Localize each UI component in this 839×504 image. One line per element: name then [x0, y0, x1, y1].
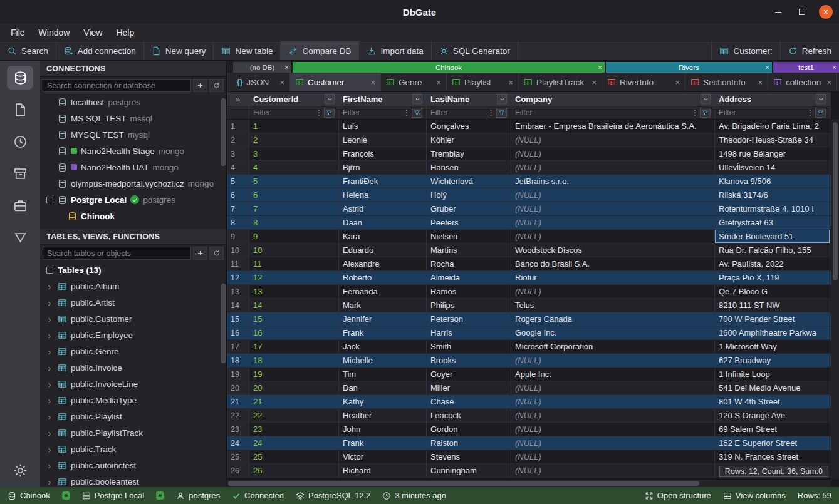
- tab-json[interactable]: {}JSON×: [232, 73, 290, 91]
- connection-localhost[interactable]: localhostpostgres: [40, 94, 226, 110]
- tab-customer[interactable]: Customer×: [290, 73, 381, 91]
- filter-menu-icon[interactable]: ⋮: [315, 108, 323, 117]
- table-public-genre[interactable]: ›public.Genre: [40, 343, 226, 359]
- close-icon[interactable]: ×: [598, 64, 602, 71]
- row-number[interactable]: 23: [227, 423, 249, 436]
- row-number[interactable]: 20: [227, 381, 249, 394]
- grid-cell-company[interactable]: (NULL): [511, 202, 715, 215]
- menu-file[interactable]: File: [4, 26, 32, 39]
- grid-cell-lastname[interactable]: Rocha: [427, 257, 511, 270]
- grid-cell-lastname[interactable]: Philips: [427, 299, 511, 312]
- grid-cell-customerid[interactable]: 20: [249, 381, 339, 394]
- grid-cell-address[interactable]: Klanova 9/506: [715, 175, 830, 188]
- grid-cell-address[interactable]: Grétrystraat 63: [715, 216, 830, 229]
- close-icon[interactable]: ×: [508, 78, 513, 87]
- collapse-icon[interactable]: [46, 197, 53, 203]
- grid-cell-address[interactable]: 1600 Amphitheatre Parkwa: [715, 326, 830, 339]
- column-header-company[interactable]: Company: [511, 92, 715, 106]
- connections-search-input[interactable]: [43, 79, 191, 92]
- row-number[interactable]: 24: [227, 436, 249, 450]
- filter-funnel-icon[interactable]: [815, 108, 826, 118]
- grid-cell-customerid[interactable]: 17: [249, 340, 339, 353]
- grid-cell-customerid[interactable]: 3: [249, 147, 339, 160]
- row-number[interactable]: 17: [227, 340, 249, 353]
- scrollbar-thumb[interactable]: [221, 98, 226, 166]
- grid-cell-company[interactable]: Google Inc.: [511, 326, 715, 339]
- table-public-autoinctest[interactable]: ›public.autoinctest: [40, 457, 226, 473]
- grid-cell-company[interactable]: (NULL): [511, 133, 715, 147]
- grid-cell-company[interactable]: Telus: [511, 299, 715, 312]
- grid-cell-company[interactable]: (NULL): [511, 450, 715, 463]
- grid-cell-lastname[interactable]: Almeida: [427, 271, 511, 284]
- toolbar-import-data-button[interactable]: Import data: [359, 41, 431, 60]
- grid-cell-firstname[interactable]: Tim: [339, 368, 427, 381]
- grid-cell-address[interactable]: 319 N. Frances Street: [715, 450, 830, 463]
- row-number[interactable]: 13: [227, 285, 249, 298]
- chevron-right-icon[interactable]: ›: [45, 477, 54, 486]
- table-public-artist[interactable]: ›public.Artist: [40, 294, 226, 311]
- close-icon[interactable]: ×: [284, 64, 289, 71]
- grid-cell-customerid[interactable]: 25: [249, 450, 339, 463]
- grid-cell-customerid[interactable]: 14: [249, 299, 339, 312]
- grid-cell-lastname[interactable]: Brooks: [427, 354, 511, 367]
- toolbar-sql-generator-button[interactable]: SQL Generator: [432, 41, 518, 60]
- grid-cell-company[interactable]: (NULL): [511, 216, 715, 229]
- grid-cell-firstname[interactable]: Jennifer: [339, 312, 427, 326]
- sidebar-filters-button[interactable]: [7, 225, 33, 249]
- grid-cell-customerid[interactable]: 18: [249, 354, 339, 367]
- chevron-right-icon[interactable]: ›: [45, 298, 54, 307]
- filter-input-firstname[interactable]: [343, 108, 401, 117]
- grid-cell-firstname[interactable]: Daan: [339, 216, 427, 229]
- filter-funnel-icon[interactable]: [412, 108, 422, 118]
- grid-cell-address[interactable]: Sřnder Boulevard 51: [715, 230, 830, 243]
- add-connection-icon-button[interactable]: [193, 79, 207, 92]
- close-icon[interactable]: ×: [765, 64, 769, 71]
- grid-cell-lastname[interactable]: Smith: [427, 340, 511, 353]
- sidebar-connections-button[interactable]: [7, 66, 33, 90]
- grid-cell-firstname[interactable]: Eduardo: [339, 244, 427, 257]
- grid-cell-customerid[interactable]: 6: [249, 188, 339, 202]
- column-menu-icon[interactable]: [701, 94, 711, 104]
- grid-cell-lastname[interactable]: Peeters: [427, 216, 511, 229]
- filter-menu-icon[interactable]: ⋮: [487, 108, 495, 117]
- table-public-album[interactable]: ›public.Album: [40, 278, 226, 294]
- grid-cell-firstname[interactable]: François: [339, 147, 427, 160]
- grid-cell-firstname[interactable]: FrantiĐek: [339, 175, 427, 188]
- close-button[interactable]: ×: [819, 5, 833, 19]
- row-number[interactable]: 22: [227, 409, 249, 422]
- grid-cell-address[interactable]: Ullevĺlsveien 14: [715, 161, 830, 174]
- grid-cell-firstname[interactable]: Fernanda: [339, 285, 427, 298]
- row-number[interactable]: 18: [227, 354, 249, 367]
- toolbar-search-button[interactable]: Search: [0, 41, 56, 60]
- grid-cell-lastname[interactable]: Köhler: [427, 133, 511, 147]
- grid-cell-lastname[interactable]: Chase: [427, 395, 511, 408]
- tables-scrollbar[interactable]: [221, 264, 226, 485]
- grid-cell-company[interactable]: JetBrains s.r.o.: [511, 175, 715, 188]
- grid-cell-lastname[interactable]: Tremblay: [427, 147, 511, 160]
- db-group-tab-chinook[interactable]: Chinook×: [293, 62, 605, 73]
- chevron-right-icon[interactable]: ›: [45, 282, 54, 291]
- connections-scrollbar[interactable]: [221, 96, 226, 226]
- filter-input-lastname[interactable]: [430, 108, 486, 117]
- chevron-right-icon[interactable]: ›: [45, 331, 54, 340]
- close-icon[interactable]: ×: [591, 78, 597, 87]
- row-number[interactable]: 21: [227, 395, 249, 408]
- grid-cell-lastname[interactable]: Holý: [427, 188, 511, 202]
- grid-cell-customerid[interactable]: 8: [249, 216, 339, 229]
- chevron-right-icon[interactable]: ›: [45, 347, 54, 356]
- tab-playlisttrack[interactable]: PlaylistTrack×: [519, 73, 602, 91]
- column-header-firstname[interactable]: FirstName: [339, 92, 427, 106]
- grid-cell-customerid[interactable]: 16: [249, 326, 339, 339]
- grid-cell-firstname[interactable]: Heather: [339, 409, 427, 422]
- close-icon[interactable]: ×: [832, 64, 836, 71]
- grid-cell-company[interactable]: (NULL): [511, 354, 715, 367]
- grid-cell-address[interactable]: 1 Microsoft Way: [715, 340, 830, 353]
- row-number[interactable]: 7: [227, 202, 249, 215]
- grid-cell-address[interactable]: Qe 7 Bloco G: [715, 285, 830, 298]
- close-icon[interactable]: ×: [675, 78, 680, 87]
- chevron-right-icon[interactable]: ›: [45, 412, 54, 421]
- scrollbar-thumb[interactable]: [228, 481, 699, 486]
- grid-cell-address[interactable]: 69 Salem Street: [715, 423, 830, 436]
- grid-cell-firstname[interactable]: John: [339, 423, 427, 436]
- table-public-booleantest[interactable]: ›public.booleantest: [40, 473, 226, 487]
